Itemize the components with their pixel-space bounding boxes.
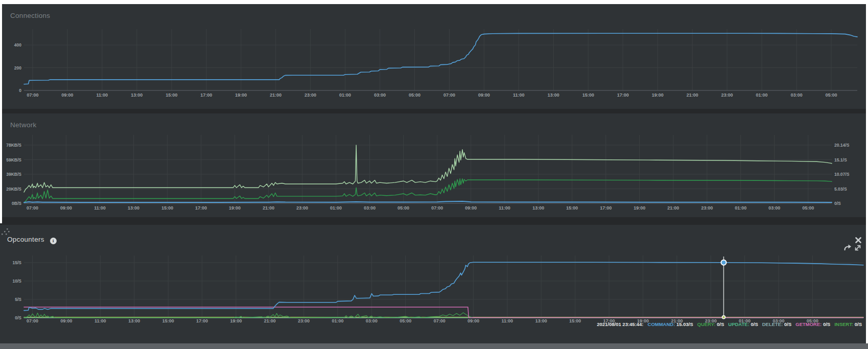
svg-text:5/S: 5/S [15, 297, 21, 302]
svg-text:05:00: 05:00 [398, 205, 409, 211]
svg-text:03:00: 03:00 [364, 205, 376, 211]
network-panel: Network 07:0009:0011:0013:0015:0017:0019… [2, 113, 866, 217]
crosshair-bottom-marker [722, 316, 725, 319]
svg-text:0: 0 [19, 88, 21, 93]
svg-text:19:00: 19:00 [230, 318, 242, 323]
svg-text:03:00: 03:00 [366, 318, 378, 323]
svg-text:23:00: 23:00 [701, 205, 713, 211]
axis-labels: 07:0009:0011:0013:0015:0017:0019:0021:00… [14, 42, 837, 98]
svg-text:21:00: 21:00 [686, 92, 698, 98]
svg-text:10/S: 10/S [13, 278, 22, 284]
svg-text:15:00: 15:00 [582, 92, 594, 98]
page-top-border [0, 0, 868, 4]
svg-text:13:00: 13:00 [128, 318, 140, 323]
svg-text:20KB/S: 20KB/S [6, 187, 21, 192]
svg-text:10.07/S: 10.07/S [834, 172, 850, 177]
svg-text:15.1/S: 15.1/S [834, 157, 847, 162]
legend-item: UPDATE: 0/S [728, 321, 758, 327]
svg-text:01:00: 01:00 [756, 92, 767, 98]
svg-text:05:00: 05:00 [400, 318, 411, 323]
svg-text:0/S: 0/S [834, 201, 841, 206]
svg-text:0B/S: 0B/S [12, 201, 21, 206]
series-line [24, 145, 832, 192]
svg-text:21:00: 21:00 [667, 205, 679, 211]
svg-text:03:00: 03:00 [374, 92, 386, 98]
svg-text:17:00: 17:00 [201, 92, 212, 98]
svg-text:07:00: 07:00 [431, 205, 443, 211]
svg-text:13:00: 13:00 [532, 205, 544, 211]
svg-text:17:00: 17:00 [600, 205, 612, 211]
svg-text:07:00: 07:00 [27, 92, 38, 98]
connections-chart[interactable]: 07:0009:0011:0013:0015:0017:0019:0021:00… [2, 4, 866, 109]
svg-text:19:00: 19:00 [634, 205, 646, 211]
series-line [24, 201, 832, 202]
svg-text:09:00: 09:00 [60, 205, 72, 211]
svg-text:01:00: 01:00 [332, 318, 343, 323]
svg-text:07:00: 07:00 [443, 92, 455, 98]
svg-text:09:00: 09:00 [62, 92, 73, 98]
bottom-scrollbar[interactable] [0, 343, 868, 349]
axis-labels: 07:0009:0011:0013:0015:0017:0019:0021:00… [6, 143, 849, 211]
svg-text:15:00: 15:00 [161, 205, 173, 211]
svg-text:05:00: 05:00 [802, 205, 814, 211]
svg-text:15:00: 15:00 [166, 92, 178, 98]
svg-text:78KB/S: 78KB/S [6, 143, 21, 148]
svg-text:11:00: 11:00 [513, 92, 525, 98]
command-series [24, 262, 863, 310]
legend-item: COMMAND: 15.03/S [648, 321, 693, 327]
svg-text:21:00: 21:00 [263, 205, 275, 211]
svg-text:17:00: 17:00 [617, 92, 629, 98]
legend-item: DELETE: 0/S [762, 321, 791, 327]
svg-text:11:00: 11:00 [94, 205, 106, 211]
svg-text:400: 400 [14, 42, 21, 48]
svg-text:01:00: 01:00 [735, 205, 747, 211]
svg-text:17:00: 17:00 [196, 318, 208, 323]
svg-text:23:00: 23:00 [296, 205, 308, 211]
svg-text:23:00: 23:00 [721, 92, 733, 98]
legend-item: QUERY: 0/S [697, 321, 724, 327]
svg-text:23:00: 23:00 [298, 318, 310, 323]
svg-text:21:00: 21:00 [264, 318, 276, 323]
svg-text:13:00: 13:00 [548, 92, 559, 98]
svg-text:07:00: 07:00 [27, 205, 38, 211]
svg-text:19:00: 19:00 [229, 205, 241, 211]
svg-text:20.14/S: 20.14/S [834, 143, 850, 148]
svg-text:05:00: 05:00 [825, 92, 837, 98]
svg-text:13:00: 13:00 [128, 205, 139, 211]
svg-text:0/S: 0/S [15, 315, 21, 320]
svg-text:19:00: 19:00 [235, 92, 247, 98]
svg-text:03:00: 03:00 [768, 205, 780, 211]
svg-text:07:00: 07:00 [434, 318, 445, 323]
opcounters-legend: 2021/08/01 23:45:44:COMMAND: 15.03/SQUER… [505, 321, 862, 327]
svg-text:09:00: 09:00 [478, 92, 490, 98]
svg-text:09:00: 09:00 [465, 205, 477, 211]
svg-text:21:00: 21:00 [270, 92, 282, 98]
svg-text:200: 200 [14, 65, 21, 71]
svg-text:11:00: 11:00 [96, 92, 108, 98]
axis-labels: 07:0009:0011:0013:0015:0017:0019:0021:00… [13, 260, 819, 323]
svg-text:39KB/S: 39KB/S [6, 172, 21, 177]
crosshair-point-marker [721, 260, 726, 265]
svg-text:01:00: 01:00 [330, 205, 342, 211]
network-chart[interactable]: 07:0009:0011:0013:0015:0017:0019:0021:00… [2, 113, 866, 217]
svg-text:11:00: 11:00 [499, 205, 511, 211]
gridlines [24, 135, 832, 203]
legend-item: GETMORE: 0/S [796, 321, 830, 327]
svg-text:01:00: 01:00 [339, 92, 351, 98]
svg-text:17:00: 17:00 [195, 205, 207, 211]
svg-text:59KB/S: 59KB/S [6, 157, 21, 162]
opcounters-panel: Opcountersi 07:0009:0011:0013:0015:0017:… [0, 225, 866, 343]
svg-text:23:00: 23:00 [305, 92, 316, 98]
svg-text:03:00: 03:00 [790, 92, 802, 98]
legend-timestamp: 2021/08/01 23:45:44: [597, 321, 643, 327]
svg-text:11:00: 11:00 [94, 318, 106, 323]
svg-text:5.03/S: 5.03/S [834, 187, 847, 192]
svg-text:05:00: 05:00 [409, 92, 420, 98]
svg-text:15/S: 15/S [13, 260, 22, 265]
svg-text:15:00: 15:00 [566, 205, 578, 211]
svg-text:07:00: 07:00 [27, 318, 38, 323]
connections-panel: Connections 07:0009:0011:0013:0015:0017:… [2, 4, 866, 109]
legend-item: INSERT: 0/S [834, 321, 862, 327]
gridlines [24, 29, 857, 90]
svg-text:15:00: 15:00 [162, 318, 174, 323]
